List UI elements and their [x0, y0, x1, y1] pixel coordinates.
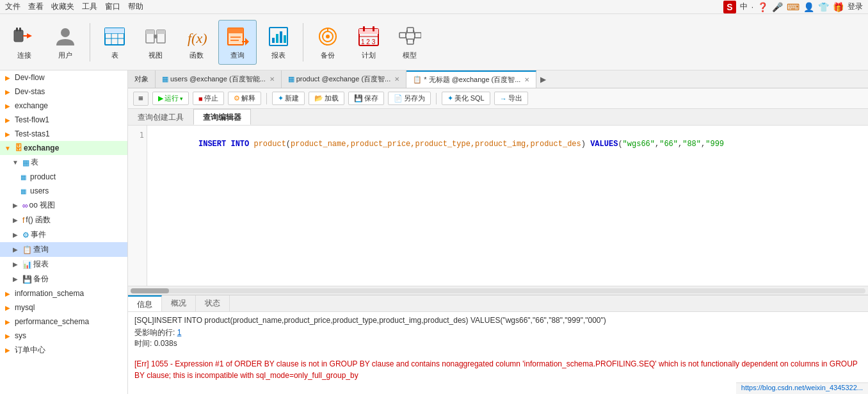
- sidebar-users-label: users: [30, 186, 49, 195]
- event-folder-icon: ⚙: [22, 231, 29, 240]
- svg-rect-15: [157, 30, 165, 34]
- view-folder-icon: ∞: [22, 201, 28, 210]
- new-label: 新建: [285, 94, 299, 103]
- sidebar-folder-table[interactable]: ▼ ▦ 表: [0, 155, 127, 170]
- toolbar-table[interactable]: 表: [95, 20, 134, 65]
- stop-button[interactable]: ■ 停止: [193, 92, 224, 105]
- toolbar-backup[interactable]: 备份: [309, 20, 347, 65]
- tab-close-product[interactable]: ✕: [394, 76, 399, 83]
- sidebar-item-exchange-active[interactable]: ▼ 🗄 exchange: [0, 141, 127, 155]
- sub-tab-editor-label: 查询编辑器: [203, 113, 241, 122]
- sidebar-item-mysql[interactable]: ▶ mysql: [0, 300, 127, 315]
- sidebar-folder-backup[interactable]: ▶ 💾 备份: [0, 272, 127, 286]
- toolbar-connect[interactable]: 连接: [5, 20, 44, 65]
- menu-view[interactable]: 查看: [28, 1, 44, 12]
- run-label: 运行: [165, 94, 179, 103]
- svg-text:1 2 3: 1 2 3: [361, 38, 376, 45]
- run-icon: ▶: [158, 94, 163, 103]
- explain-button[interactable]: ⚙ 解释: [228, 92, 261, 105]
- login-button[interactable]: 登录: [848, 1, 863, 12]
- sidebar-folder-event[interactable]: ▶ ⚙ 事件: [0, 227, 127, 242]
- sql-val4: "999: [705, 140, 724, 149]
- sidebar-item-devstas[interactable]: ▶ Dev-stas: [0, 85, 127, 99]
- sub-tab-editor[interactable]: 查询编辑器: [193, 109, 251, 125]
- sidebar-table-users[interactable]: ▦ users: [0, 184, 127, 198]
- main-container: ▶ Dev-flow ▶ Dev-stas ▶ exchange ▶ Test-…: [0, 70, 868, 394]
- tab-users[interactable]: ▦ users @exchange (百度智能... ✕: [156, 70, 282, 88]
- toolbar-model[interactable]: 模型: [390, 20, 429, 65]
- menu-tools[interactable]: 工具: [82, 1, 97, 12]
- menu-window[interactable]: 窗口: [105, 1, 120, 12]
- gift-icon: 🎁: [833, 2, 844, 12]
- toolbar-function[interactable]: f(x) 函数: [177, 20, 216, 65]
- sidebar-item-sys[interactable]: ▶ sys: [0, 329, 127, 343]
- sidebar-item-infoschema[interactable]: ▶ information_schema: [0, 286, 127, 300]
- toolbar-report[interactable]: 报表: [259, 20, 298, 65]
- menu-favorites[interactable]: 收藏夹: [51, 1, 74, 12]
- sidebar-folder-view[interactable]: ▶ ∞ oo 视图: [0, 198, 127, 213]
- sidebar-table-product[interactable]: ▦ product: [0, 170, 127, 184]
- query-label: 查询: [230, 51, 245, 60]
- query-menu-button[interactable]: ≡: [133, 92, 149, 106]
- new-button[interactable]: ✦ 新建: [272, 92, 305, 105]
- toolbar-user[interactable]: 用户: [46, 20, 84, 65]
- hamburger-icon: ≡: [138, 94, 143, 103]
- function-icon: f(x): [184, 24, 209, 49]
- sidebar-folder-report[interactable]: ▶ 📊 报表: [0, 257, 127, 272]
- toolbar-view[interactable]: 视图: [136, 20, 175, 65]
- tabs-more-button[interactable]: ▶: [536, 72, 550, 86]
- toolbar-query[interactable]: 查询: [218, 20, 257, 65]
- scrollbar-track: [131, 288, 865, 293]
- tab-object[interactable]: 对象: [128, 70, 156, 88]
- sidebar-item-testflow1[interactable]: ▶ Test-flow1: [0, 113, 127, 127]
- sidebar-item-testsas1[interactable]: ▶ Test-stas1: [0, 127, 127, 141]
- db-icon7: ▶: [3, 345, 13, 356]
- tab-product[interactable]: ▦ product @exchange (百度智... ✕: [282, 70, 407, 88]
- svg-rect-26: [272, 38, 275, 43]
- sidebar-folder-query[interactable]: ▶ 📋 查询: [0, 242, 127, 257]
- table-row-icon2: ▦: [18, 186, 28, 196]
- sidebar-exchange-label: exchange: [24, 144, 59, 152]
- connect-icon: [12, 24, 37, 49]
- load-button[interactable]: 📂 加载: [309, 92, 344, 105]
- stop-icon: ■: [198, 95, 203, 103]
- sidebar-item-exchange-collapsed[interactable]: ▶ exchange: [0, 99, 127, 113]
- affected-value[interactable]: 1: [177, 328, 182, 337]
- toolbar: 连接 用户 表: [0, 14, 868, 70]
- function-label: 函数: [189, 51, 204, 60]
- export-button[interactable]: → 导出: [494, 92, 528, 105]
- bottom-tab-status[interactable]: 状态: [196, 295, 230, 311]
- beautify-button[interactable]: ✦ 美化 SQL: [442, 92, 490, 105]
- run-button[interactable]: ▶ 运行 ▾: [152, 92, 189, 105]
- sidebar-item-devflow[interactable]: ▶ Dev-flow: [0, 70, 127, 85]
- sql-result-line: [SQL]INSERT INTO product(product_name,pr…: [134, 316, 862, 325]
- sidebar-item-perfschema[interactable]: ▶ performance_schema: [0, 315, 127, 329]
- tab-untitled[interactable]: 📋 * 无标题 @exchange (百度智... ✕: [406, 70, 536, 88]
- sub-tab-builder[interactable]: 查询创建工具: [128, 109, 193, 125]
- scrollbar-thumb[interactable]: [131, 288, 169, 293]
- h-scrollbar[interactable]: [128, 286, 868, 295]
- svg-rect-2: [19, 28, 21, 31]
- svg-rect-11: [105, 28, 124, 33]
- code-editor[interactable]: INSERT INTO product(product_name,product…: [147, 126, 868, 286]
- menu-file[interactable]: 文件: [5, 1, 20, 12]
- tab-users-label: users @exchange (百度智能...: [170, 74, 266, 84]
- tab-close-untitled[interactable]: ✕: [524, 76, 529, 83]
- bottom-tab-overview[interactable]: 概况: [162, 295, 196, 311]
- saveas-button[interactable]: 📄 另存为: [388, 92, 431, 105]
- beautify-label: 美化 SQL: [454, 94, 485, 103]
- dot-icon: ·: [751, 3, 753, 12]
- save-button[interactable]: 💾 保存: [348, 92, 384, 105]
- tab-close-users[interactable]: ✕: [269, 76, 275, 83]
- db-icon: ▶: [3, 72, 13, 83]
- bottom-tab-info[interactable]: 信息: [128, 295, 162, 311]
- menu-help[interactable]: 帮助: [128, 1, 143, 12]
- db-icon5: ▶: [3, 316, 13, 327]
- sidebar-item-ordercenter[interactable]: ▶ 订单中心: [0, 343, 127, 357]
- top-right-icons: S 中 · ❓ 🎤 ⌨ 👤 👕 🎁 登录: [723, 1, 863, 13]
- statusbar-url: https://blog.csdn.net/weixin_4345322...: [741, 384, 863, 391]
- toolbar-schedule[interactable]: 1 2 3 计划: [350, 20, 388, 65]
- sql-val2: "66": [659, 140, 678, 149]
- tab-object-label: 对象: [134, 74, 149, 84]
- sidebar-folder-func[interactable]: ▶ f f() 函数: [0, 213, 127, 227]
